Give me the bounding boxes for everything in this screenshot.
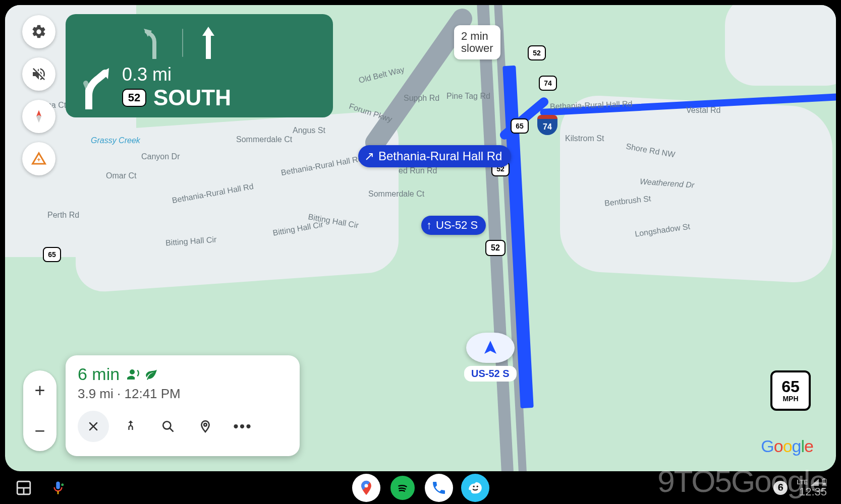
route-shield: 65 bbox=[43, 247, 61, 262]
exit-waypoint-chip[interactable]: ↗ Bethania-Rural Hall Rd bbox=[358, 145, 511, 167]
more-options-button[interactable]: ••• bbox=[227, 411, 258, 442]
clock: 12:35 bbox=[799, 486, 827, 497]
network-indicator: LTE bbox=[797, 479, 808, 485]
lane-separator bbox=[182, 29, 183, 57]
dock-app-spotify[interactable] bbox=[388, 474, 417, 502]
street-label: ed Run Rd bbox=[399, 166, 437, 175]
svg-line-11 bbox=[170, 428, 173, 431]
exit-waypoint-label: Bethania-Rural Hall Rd bbox=[378, 149, 502, 163]
continue-waypoint-chip[interactable]: ↑ US-52 S bbox=[421, 216, 486, 235]
speed-limit-unit: MPH bbox=[782, 395, 798, 403]
report-button[interactable]: + bbox=[22, 142, 55, 175]
lane-fork-left-icon bbox=[142, 27, 167, 59]
terrain bbox=[725, 5, 836, 86]
route-shield: 52 bbox=[485, 240, 506, 256]
warning-triangle-icon: + bbox=[31, 151, 46, 166]
street-label: Pine Tag Rd bbox=[446, 92, 490, 101]
alternate-route-label: 2 min slower bbox=[461, 30, 493, 54]
destination-info-button[interactable] bbox=[190, 411, 221, 442]
route-shield: 52 bbox=[528, 45, 546, 60]
compass-button[interactable] bbox=[22, 100, 55, 133]
leaf-icon bbox=[145, 368, 158, 381]
lane-guidance bbox=[79, 21, 322, 59]
street-label: Kilstrom St bbox=[565, 134, 604, 143]
voice-assistant-button[interactable] bbox=[50, 478, 66, 497]
zoom-controls: + − bbox=[23, 370, 57, 451]
svg-point-19 bbox=[364, 484, 368, 487]
search-along-route-button[interactable] bbox=[152, 411, 184, 442]
gear-icon bbox=[31, 24, 47, 40]
search-icon bbox=[161, 420, 175, 433]
svg-line-5 bbox=[86, 83, 89, 90]
speed-limit-value: 65 bbox=[781, 379, 800, 395]
current-road-label: US-52 S bbox=[464, 366, 517, 382]
alternate-route-chip[interactable]: 2 min slower bbox=[454, 25, 500, 59]
route-shield-icon: 52 bbox=[122, 89, 146, 107]
alternate-routes-button[interactable] bbox=[115, 411, 146, 442]
system-dock: 6 LTE 12:35 bbox=[0, 471, 841, 504]
zoom-out-button[interactable]: − bbox=[23, 420, 57, 442]
maps-pin-icon bbox=[358, 479, 375, 496]
app-launcher-button[interactable] bbox=[15, 479, 32, 496]
eta-card[interactable]: 6 min 3.9 mi · 12:41 PM bbox=[66, 355, 300, 456]
turn-arrow-icon: ↗ bbox=[364, 149, 374, 163]
street-label: Vestal Rd bbox=[686, 106, 720, 115]
interstate-shield-74: 74 bbox=[537, 115, 557, 135]
compass-icon bbox=[31, 109, 46, 124]
street-label: Perth Rd bbox=[47, 211, 79, 220]
current-position: US-52 S bbox=[464, 333, 517, 382]
direction-sign: 0.3 mi 52 SOUTH bbox=[66, 14, 333, 117]
svg-marker-3 bbox=[202, 27, 214, 36]
street-label: Sommerdale Ct bbox=[236, 135, 292, 144]
direction-distance: 0.3 mi bbox=[122, 64, 231, 85]
zoom-in-button[interactable]: + bbox=[23, 380, 57, 401]
routes-icon bbox=[124, 419, 138, 433]
vehicle-marker bbox=[466, 333, 515, 363]
google-logo: Google bbox=[761, 436, 813, 456]
mute-button[interactable] bbox=[22, 57, 55, 91]
svg-marker-8 bbox=[36, 115, 41, 123]
continue-waypoint-label: US-52 S bbox=[436, 219, 478, 232]
waze-icon bbox=[467, 479, 484, 496]
dock-app-waze[interactable] bbox=[461, 474, 489, 502]
lane-straight-icon bbox=[198, 27, 218, 59]
pin-icon bbox=[199, 420, 212, 433]
street-label: Old Belt Way bbox=[358, 65, 405, 85]
fork-icon: ↑ bbox=[426, 219, 432, 232]
street-label: Sommerdale Ct bbox=[368, 190, 424, 199]
svg-text:+: + bbox=[37, 156, 40, 163]
dock-app-phone[interactable] bbox=[425, 474, 453, 502]
person-voice-icon bbox=[125, 367, 140, 382]
route-shield: 74 bbox=[539, 76, 557, 91]
street-label: Supph Rd bbox=[404, 94, 439, 103]
street-label: Canyon Dr bbox=[141, 152, 180, 161]
speed-limit-sign: 65 MPH bbox=[770, 370, 811, 411]
terrain bbox=[560, 94, 832, 284]
dock-app-maps[interactable] bbox=[352, 474, 380, 502]
svg-point-12 bbox=[204, 423, 206, 426]
settings-button[interactable] bbox=[22, 15, 55, 48]
fork-right-icon bbox=[79, 65, 113, 109]
street-label: Angus St bbox=[293, 126, 325, 135]
svg-rect-16 bbox=[56, 481, 60, 489]
street-label: Omar Ct bbox=[106, 171, 136, 180]
svg-rect-25 bbox=[823, 483, 826, 485]
svg-point-18 bbox=[61, 483, 64, 486]
nav-arrow-icon bbox=[482, 340, 498, 356]
map-viewport[interactable]: Helena Ct Grassy Creek Canyon Dr Omar Ct… bbox=[5, 5, 836, 471]
svg-rect-24 bbox=[823, 478, 825, 479]
svg-point-20 bbox=[473, 485, 474, 487]
status-bar: 6 LTE 12:35 bbox=[773, 478, 827, 497]
more-horizontal-icon: ••• bbox=[233, 418, 252, 435]
notification-badge[interactable]: 6 bbox=[773, 481, 788, 495]
close-icon bbox=[87, 420, 99, 432]
svg-marker-22 bbox=[811, 479, 819, 486]
signal-icon bbox=[811, 479, 819, 486]
close-navigation-button[interactable] bbox=[78, 411, 109, 442]
volume-off-icon bbox=[31, 66, 47, 82]
eta-details: 3.9 mi · 12:41 PM bbox=[78, 386, 288, 402]
eta-time-remaining: 6 min bbox=[78, 364, 120, 384]
svg-marker-0 bbox=[484, 341, 496, 354]
creek-label: Grassy Creek bbox=[91, 136, 140, 145]
phone-icon bbox=[431, 480, 447, 496]
